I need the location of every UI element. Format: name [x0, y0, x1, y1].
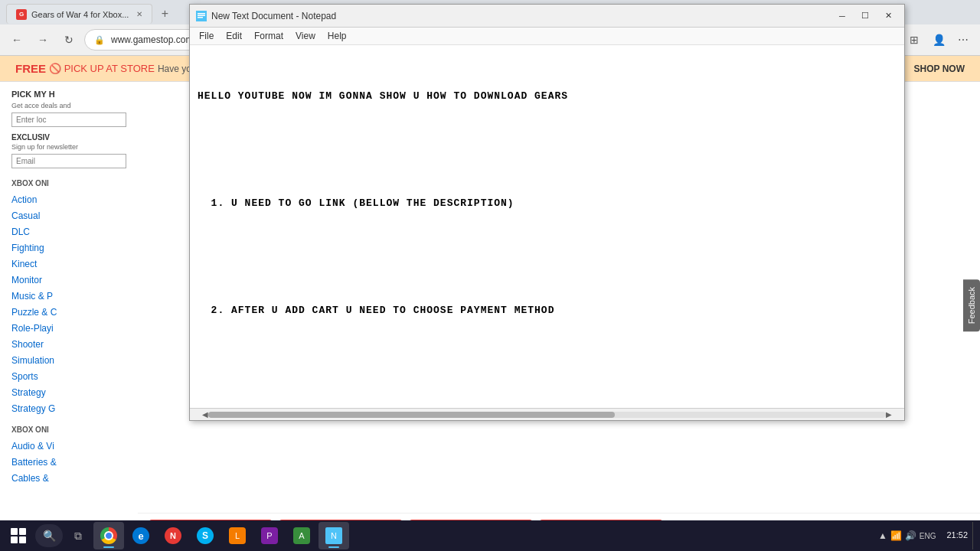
notepad-scrollbar-horizontal[interactable]: ◀ ▶ — [190, 408, 904, 420]
taskbar-chrome[interactable] — [93, 522, 124, 549]
start-button[interactable] — [3, 522, 34, 549]
notepad-line-5: 2. AFTER U ADD CART U NEED TO CHOOSE PAY… — [198, 302, 897, 319]
sidebar-item-kinect[interactable]: Kinect — [11, 256, 126, 270]
location-input[interactable] — [11, 112, 126, 127]
back-button[interactable]: ← — [6, 29, 28, 51]
email-input[interactable] — [11, 154, 126, 168]
tab-close-btn[interactable]: ✕ — [136, 10, 142, 18]
sidebar-item-cables[interactable]: Cables & — [11, 471, 126, 484]
notepad-taskbar-icon: N — [325, 527, 342, 544]
active-indicator — [103, 546, 114, 548]
app6-icon: L — [229, 527, 246, 544]
banner-free-text: FREE — [15, 62, 46, 75]
pick-desc: Get acce deals and — [11, 102, 126, 109]
menu-file[interactable]: File — [193, 29, 220, 43]
settings-btn[interactable]: ⋯ — [952, 29, 974, 51]
tray-lang[interactable]: ENG — [920, 532, 936, 540]
sidebar-item-music[interactable]: Music & P — [11, 289, 126, 302]
task-view-button[interactable]: ⧉ — [64, 524, 92, 547]
nav-icons-right: ⊞ 👤 ⋯ — [903, 29, 974, 51]
minimize-button[interactable]: ─ — [832, 9, 852, 23]
task-view-icon: ⧉ — [74, 530, 82, 543]
sidebar-item-dlc[interactable]: DLC — [11, 224, 126, 238]
notepad-line-6 — [198, 356, 897, 373]
taskbar-app8[interactable]: A — [286, 522, 317, 549]
taskbar-skype[interactable]: S — [190, 522, 220, 549]
scroll-right-arrow[interactable]: ▶ — [886, 410, 892, 419]
tray-network-icon[interactable]: 📶 — [890, 530, 902, 541]
exclusive-section: EXCLUSIV Sign up for newsletter — [11, 133, 126, 168]
refresh-button[interactable]: ↻ — [58, 29, 80, 51]
taskbar-clock[interactable]: 21:52 — [943, 530, 971, 541]
taskbar-app7[interactable]: P — [254, 522, 285, 549]
norton-icon: N — [165, 527, 181, 544]
maximize-button[interactable]: ☐ — [855, 9, 875, 23]
sidebar-item-simulation[interactable]: Simulation — [11, 353, 126, 367]
svg-rect-3 — [198, 17, 203, 18]
sidebar-item-audio[interactable]: Audio & Vi — [11, 439, 126, 452]
taskbar-norton[interactable]: N — [158, 522, 188, 549]
profile-btn[interactable]: 👤 — [928, 29, 949, 51]
svg-rect-1 — [198, 13, 205, 15]
close-button[interactable]: ✕ — [878, 9, 898, 23]
tab-favicon: G — [16, 9, 27, 20]
app8-icon: A — [293, 527, 310, 544]
sidebar-item-casual[interactable]: Casual — [11, 208, 126, 222]
extensions-btn[interactable]: ⊞ — [903, 29, 925, 51]
start-icon — [11, 528, 26, 543]
app7-icon: P — [261, 527, 278, 544]
forward-button[interactable]: → — [32, 29, 54, 51]
menu-help[interactable]: Help — [322, 29, 353, 43]
sidebar: PICK MY H Get acce deals and EXCLUSIV Si… — [0, 82, 138, 494]
sidebar-item-sports[interactable]: Sports — [11, 369, 126, 383]
taskbar-edge[interactable]: e — [126, 522, 156, 549]
sidebar-item-role-playing[interactable]: Role-Playi — [11, 321, 126, 334]
notepad-icon — [196, 11, 207, 21]
clock-time: 21:52 — [946, 530, 968, 541]
new-tab-button[interactable]: + — [155, 5, 174, 23]
scroll-left-arrow[interactable]: ◀ — [202, 410, 208, 419]
xbox-one-links: Action Casual DLC Fighting Kinect Monito… — [11, 192, 126, 415]
scrollbar-track[interactable] — [208, 412, 886, 418]
notepad-line-1: HELLO YOUTUBE NOW IM GONNA SHOW U HOW TO… — [198, 87, 897, 105]
sidebar-item-shooter[interactable]: Shooter — [11, 337, 126, 350]
xbox-one-links2: Audio & Vi Batteries & Cables & — [11, 439, 126, 484]
pick-section: PICK MY H Get acce deals and — [11, 90, 126, 127]
exclusive-desc: Sign up for newsletter — [11, 143, 126, 151]
notepad-title-text: New Text Document - Notepad — [211, 11, 832, 21]
sidebar-item-strategy[interactable]: Strategy — [11, 385, 126, 399]
menu-edit[interactable]: Edit — [220, 29, 248, 43]
scrollbar-thumb[interactable] — [208, 412, 615, 418]
system-tray: ▲ 📶 🔊 ENG — [872, 530, 942, 541]
menu-view[interactable]: View — [289, 29, 322, 43]
notepad-line-3: 1. U NEED TO GO LINK (BELLOW THE DESCRIP… — [198, 194, 897, 212]
sidebar-item-batteries[interactable]: Batteries & — [11, 455, 126, 468]
sidebar-item-puzzle[interactable]: Puzzle & C — [11, 305, 126, 318]
chrome-icon — [100, 527, 117, 544]
sidebar-item-action[interactable]: Action — [11, 192, 126, 206]
feedback-tab[interactable]: Feedback — [963, 279, 980, 331]
sidebar-item-monitor[interactable]: Monitor — [11, 272, 126, 286]
taskbar: 🔍 ⧉ e N S L P — [0, 520, 980, 551]
taskbar-search[interactable]: 🔍 — [35, 524, 63, 547]
show-desktop-btn[interactable] — [972, 522, 977, 549]
taskbar-notepad[interactable]: N — [318, 522, 349, 549]
menu-format[interactable]: Format — [248, 29, 289, 43]
edge-icon: e — [132, 527, 149, 544]
pick-title: PICK MY H — [11, 90, 126, 99]
tray-up-arrow[interactable]: ▲ — [878, 530, 887, 541]
notepad-menubar: File Edit Format View Help — [190, 28, 904, 45]
notepad-content-area[interactable]: HELLO YOUTUBE NOW IM GONNA SHOW U HOW TO… — [190, 45, 904, 408]
notepad-window: New Text Document - Notepad ─ ☐ ✕ File E… — [189, 4, 905, 421]
sidebar-item-fighting[interactable]: Fighting — [11, 240, 126, 254]
taskbar-app6[interactable]: L — [222, 522, 253, 549]
notepad-titlebar: New Text Document - Notepad ─ ☐ ✕ — [190, 5, 904, 28]
sidebar-item-strategy-g[interactable]: Strategy G — [11, 401, 126, 415]
notepad-line-4 — [198, 248, 897, 266]
tray-volume-icon[interactable]: 🔊 — [905, 530, 916, 541]
banner-shop-now-btn[interactable]: SHOP NOW — [914, 64, 965, 74]
tab-title: Gears of War 4 for Xbox... — [31, 10, 129, 19]
xbox-one-label2: XBOX ONI — [11, 425, 126, 434]
skype-icon: S — [197, 527, 214, 544]
browser-tab-active[interactable]: G Gears of War 4 for Xbox... ✕ — [6, 4, 152, 24]
